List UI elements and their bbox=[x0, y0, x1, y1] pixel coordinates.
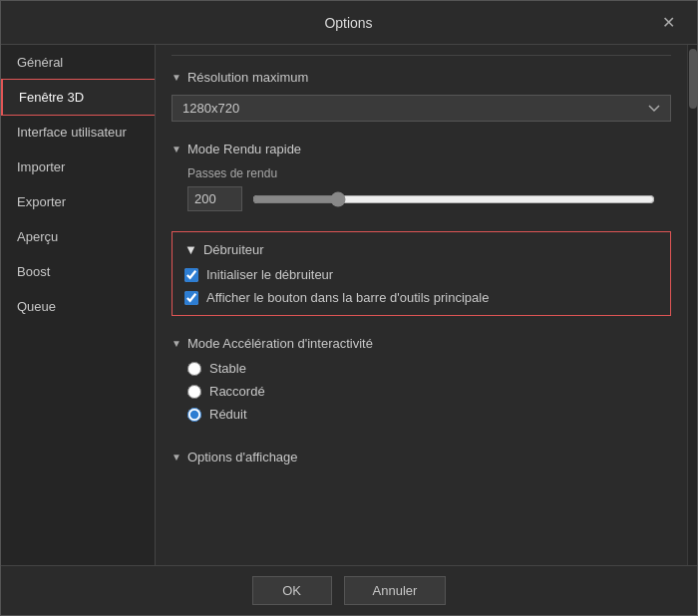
resolution-arrow: ▼ bbox=[172, 72, 181, 83]
sidebar-item-importer[interactable]: Importer bbox=[1, 150, 155, 184]
radio-stable[interactable] bbox=[187, 362, 201, 376]
checkbox-afficher[interactable] bbox=[184, 291, 198, 305]
close-button[interactable]: ✕ bbox=[656, 11, 681, 34]
options-dialog: Options ✕ Général Fenêtre 3D Interface u… bbox=[0, 0, 698, 616]
acceleration-header[interactable]: ▼ Mode Accélération d'interactivité bbox=[172, 336, 671, 351]
affichage-header[interactable]: ▼ Options d'affichage bbox=[172, 450, 671, 464]
sidebar: Général Fenêtre 3D Interface utilisateur… bbox=[1, 45, 156, 565]
radio-reduit-label[interactable]: Réduit bbox=[209, 407, 247, 422]
sidebar-item-general[interactable]: Général bbox=[1, 45, 155, 80]
rendu-arrow: ▼ bbox=[172, 144, 181, 154]
radio-stable-label[interactable]: Stable bbox=[209, 361, 246, 376]
resolution-select[interactable]: 640x480 1280x720 1920x1080 2560x1440 bbox=[172, 95, 671, 122]
affichage-arrow: ▼ bbox=[172, 452, 181, 462]
dialog-body: Général Fenêtre 3D Interface utilisateur… bbox=[1, 45, 697, 565]
cancel-button[interactable]: Annuler bbox=[344, 576, 447, 605]
checkbox-initialiser-label[interactable]: Initialiser le débruiteur bbox=[206, 267, 333, 282]
passes-slider[interactable] bbox=[252, 191, 655, 207]
sidebar-item-fenetre3d[interactable]: Fenêtre 3D bbox=[1, 80, 155, 115]
scrollbar-track bbox=[687, 45, 697, 565]
rendu-section: ▼ Mode Rendu rapide Passes de rendu bbox=[156, 134, 687, 231]
passes-input[interactable] bbox=[187, 186, 242, 211]
radio-group: Stable Raccordé Réduit bbox=[172, 361, 671, 422]
dialog-footer: OK Annuler bbox=[1, 565, 697, 615]
sidebar-item-interface[interactable]: Interface utilisateur bbox=[1, 115, 155, 150]
checkbox-afficher-label[interactable]: Afficher le bouton dans la barre d'outil… bbox=[206, 290, 489, 305]
checkbox-afficher-row: Afficher le bouton dans la barre d'outil… bbox=[184, 290, 658, 305]
slider-row bbox=[172, 186, 671, 219]
content-area: ▼ Résolution maximum 640x480 1280x720 19… bbox=[156, 45, 687, 565]
radio-raccorde-label[interactable]: Raccordé bbox=[209, 384, 265, 399]
debruiteur-label: Débruiteur bbox=[203, 242, 264, 257]
checkbox-initialiser[interactable] bbox=[184, 268, 198, 282]
resolution-section: ▼ Résolution maximum 640x480 1280x720 19… bbox=[156, 62, 687, 134]
rendu-label: Mode Rendu rapide bbox=[187, 142, 301, 156]
resolution-label: Résolution maximum bbox=[187, 70, 308, 85]
radio-raccorde[interactable] bbox=[187, 385, 201, 399]
sidebar-item-apercu[interactable]: Aperçu bbox=[1, 219, 155, 254]
dialog-title: Options bbox=[41, 15, 656, 31]
resolution-select-row: 640x480 1280x720 1920x1080 2560x1440 bbox=[172, 95, 671, 122]
debruiteur-arrow: ▼ bbox=[184, 242, 197, 257]
rendu-header[interactable]: ▼ Mode Rendu rapide bbox=[172, 142, 671, 156]
radio-stable-row: Stable bbox=[187, 361, 655, 376]
radio-reduit[interactable] bbox=[187, 408, 201, 422]
affichage-section: ▼ Options d'affichage bbox=[156, 442, 687, 486]
radio-reduit-row: Réduit bbox=[187, 407, 655, 422]
checkbox-initialiser-row: Initialiser le débruiteur bbox=[184, 267, 658, 282]
radio-raccorde-row: Raccordé bbox=[187, 384, 655, 399]
acceleration-arrow: ▼ bbox=[172, 338, 181, 349]
ok-button[interactable]: OK bbox=[252, 576, 332, 605]
acceleration-label: Mode Accélération d'interactivité bbox=[187, 336, 373, 351]
sidebar-item-exporter[interactable]: Exporter bbox=[1, 184, 155, 219]
scrollbar-thumb[interactable] bbox=[689, 49, 697, 109]
debruiteur-section: ▼ Débruiteur Initialiser le débruiteur A… bbox=[172, 231, 671, 316]
acceleration-section: ▼ Mode Accélération d'interactivité Stab… bbox=[156, 328, 687, 442]
resolution-header[interactable]: ▼ Résolution maximum bbox=[172, 70, 671, 85]
affichage-label: Options d'affichage bbox=[187, 450, 298, 464]
title-bar: Options ✕ bbox=[1, 1, 697, 45]
passes-label: Passes de rendu bbox=[172, 166, 671, 180]
sidebar-item-boost[interactable]: Boost bbox=[1, 254, 155, 289]
debruiteur-header[interactable]: ▼ Débruiteur bbox=[184, 242, 658, 257]
sidebar-item-queue[interactable]: Queue bbox=[1, 289, 155, 324]
